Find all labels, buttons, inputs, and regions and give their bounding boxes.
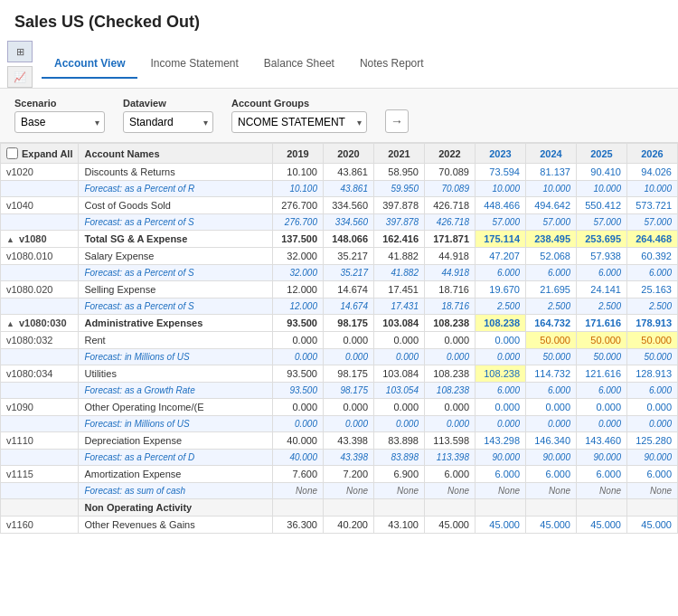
cell-value	[526, 499, 577, 516]
dataview-select[interactable]: Standard	[123, 111, 213, 133]
cell-value: 40.200	[324, 516, 374, 534]
expand-all-label: Expand All	[22, 148, 72, 159]
cell-value: 0.000	[273, 416, 324, 432]
cell-value: 44.918	[425, 248, 476, 265]
account-id	[1, 214, 79, 231]
controls-row: Scenario Base Dataview Standard Account …	[0, 89, 678, 143]
col-header-2019: 2019	[273, 144, 324, 164]
cell-value: 6.000	[577, 265, 627, 281]
forecast-link[interactable]: Forecast: as a Percent of R	[84, 184, 194, 194]
cell-value: 6.000	[476, 265, 526, 281]
cell-value: 18.716	[425, 281, 476, 299]
cell-value: 397.878	[374, 197, 425, 214]
account-name: Forecast: in Millions of US	[79, 416, 273, 432]
account-name: Cost of Goods Sold	[79, 197, 273, 214]
cell-value: 45.000	[526, 516, 577, 534]
cell-value: 35.217	[324, 248, 374, 265]
cell-value: 6.000	[526, 383, 577, 399]
forecast-link[interactable]: Forecast: as a Percent of D	[84, 452, 194, 462]
table-row: Forecast: as sum of cashNoneNoneNoneNone…	[1, 483, 678, 499]
cell-value: 276.700	[273, 197, 324, 214]
cell-value: None	[627, 483, 678, 499]
cell-value: 57.000	[526, 214, 577, 231]
cell-value: 114.732	[526, 365, 577, 383]
scenario-select[interactable]: Base	[14, 111, 105, 133]
cell-value: 494.642	[526, 197, 577, 214]
cell-value: 264.468	[627, 231, 678, 248]
cell-value: 50.000	[577, 349, 627, 365]
expand-col-header: Expand All	[1, 144, 79, 164]
forecast-link[interactable]: Forecast: as sum of cash	[84, 486, 185, 496]
cell-value: 43.861	[324, 181, 374, 197]
cell-value: 6.000	[476, 466, 526, 483]
forecast-link[interactable]: Forecast: in Millions of US	[84, 352, 189, 362]
cell-value: 0.000	[374, 349, 425, 365]
cell-value: 57.000	[476, 214, 526, 231]
cell-value: 47.207	[476, 248, 526, 265]
table-body: v1020Discounts & Returns10.10043.86158.9…	[1, 164, 678, 534]
cell-value: 108.238	[476, 365, 526, 383]
cell-value: 10.000	[577, 181, 627, 197]
cell-value: 70.089	[425, 164, 476, 181]
cell-value: 90.000	[627, 450, 678, 466]
cell-value: 0.000	[425, 349, 476, 365]
account-name: Forecast: as a Percent of S	[79, 214, 273, 231]
forecast-link[interactable]: Forecast: as a Growth Rate	[84, 385, 194, 395]
account-name: Selling Expense	[79, 281, 273, 299]
cell-value: 25.163	[627, 281, 678, 299]
forecast-link[interactable]: Forecast: as a Percent of S	[84, 301, 193, 311]
page-title: Sales US (Checked Out)	[0, 0, 678, 41]
cell-value: 21.695	[526, 281, 577, 299]
cell-value: 108.238	[425, 383, 476, 399]
cell-value: 43.398	[324, 450, 374, 466]
cell-value: 43.398	[324, 432, 374, 450]
tabs-container: Account View Income Statement Balance Sh…	[42, 50, 671, 79]
cell-value: 125.280	[627, 432, 678, 450]
account-name: Forecast: as sum of cash	[79, 483, 273, 499]
table-header-row: Expand All Account Names 2019 2020 2021 …	[1, 144, 678, 164]
cell-value: 0.000	[324, 416, 374, 432]
dataview-group: Dataview Standard	[123, 98, 213, 133]
account-id: v1080.010	[1, 248, 79, 265]
cell-value: 6.000	[425, 466, 476, 483]
cell-value: 90.000	[476, 450, 526, 466]
cell-value: None	[324, 483, 374, 499]
cell-value: None	[476, 483, 526, 499]
chart-view-icon[interactable]: 📈	[7, 66, 33, 88]
cell-value: 426.718	[425, 214, 476, 231]
scenario-group: Scenario Base	[14, 98, 105, 133]
cell-value: 334.560	[324, 197, 374, 214]
tab-account-view[interactable]: Account View	[42, 50, 137, 79]
cell-value: 90.000	[526, 450, 577, 466]
grid-view-icon[interactable]: ⊞	[7, 41, 33, 62]
arrow-forward-button[interactable]: →	[385, 109, 409, 133]
account-id: v1115	[1, 466, 79, 483]
account-name: Administrative Expenses	[79, 315, 273, 332]
table-row: v1115Amortization Expense7.6007.2006.900…	[1, 466, 678, 483]
forecast-link[interactable]: Forecast: in Millions of US	[84, 419, 189, 429]
forecast-link[interactable]: Forecast: as a Percent of S	[84, 268, 193, 278]
table-row: ▲ v1080Total SG & A Expense137.500148.06…	[1, 231, 678, 248]
cell-value: 253.695	[577, 231, 627, 248]
cell-value: 18.716	[425, 299, 476, 315]
expand-all-checkbox[interactable]	[6, 147, 18, 159]
tab-balance-sheet[interactable]: Balance Sheet	[251, 50, 347, 79]
cell-value: 60.392	[627, 248, 678, 265]
cell-value: 10.000	[526, 181, 577, 197]
tab-notes-report[interactable]: Notes Report	[347, 50, 437, 79]
tab-income-statement[interactable]: Income Statement	[137, 50, 250, 79]
cell-value	[374, 499, 425, 516]
cell-value: 81.137	[526, 164, 577, 181]
account-groups-select[interactable]: NCOME STATEMENT	[231, 111, 367, 133]
cell-value: 334.560	[324, 214, 374, 231]
cell-value: 43.100	[374, 516, 425, 534]
cell-value: 0.000	[476, 399, 526, 416]
table-row: Forecast: in Millions of US0.0000.0000.0…	[1, 349, 678, 365]
cell-value: 178.913	[627, 315, 678, 332]
account-id: v1080:034	[1, 365, 79, 383]
cell-value: 6.000	[627, 466, 678, 483]
cell-value: 2.500	[577, 299, 627, 315]
forecast-link[interactable]: Forecast: as a Percent of S	[84, 217, 193, 227]
cell-value: 50.000	[577, 332, 627, 349]
cell-value: 113.598	[425, 432, 476, 450]
